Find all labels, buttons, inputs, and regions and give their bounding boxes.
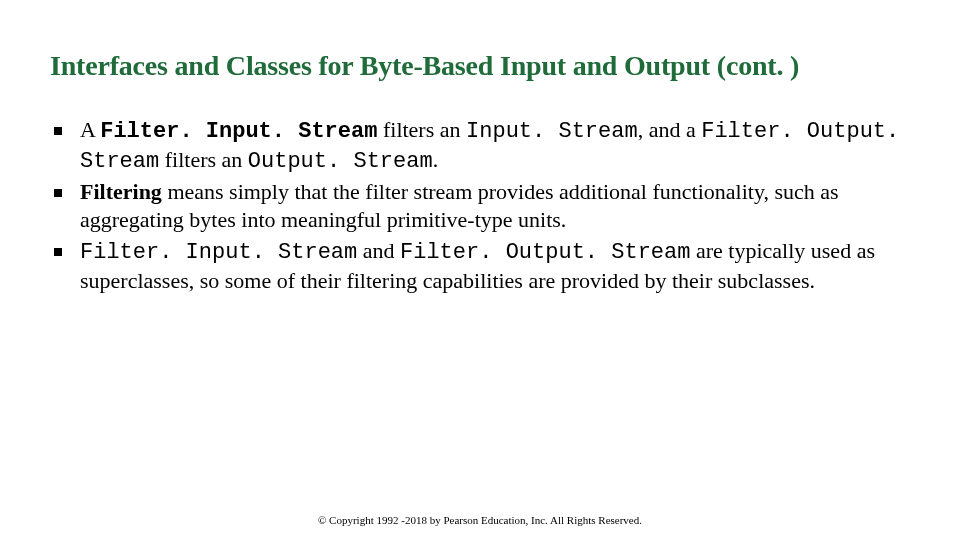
- list-item: Filter. Input. Stream and Filter. Output…: [50, 237, 910, 295]
- text-run: Filtering: [80, 179, 162, 204]
- list-item: Filtering means simply that the filter s…: [50, 178, 910, 234]
- bullet-list: A Filter. Input. Stream filters an Input…: [50, 116, 910, 295]
- text-run: .: [433, 147, 439, 172]
- text-run: filters an: [159, 147, 248, 172]
- text-run: Filter. Input. Stream: [100, 119, 377, 144]
- slide: Interfaces and Classes for Byte-Based In…: [0, 0, 960, 540]
- text-run: means simply that the filter stream prov…: [80, 179, 839, 232]
- copyright-footer: © Copyright 1992 -2018 by Pearson Educat…: [0, 514, 960, 526]
- slide-title: Interfaces and Classes for Byte-Based In…: [50, 50, 910, 82]
- text-run: A: [80, 117, 100, 142]
- text-run: , and a: [638, 117, 702, 142]
- text-run: filters an: [377, 117, 466, 142]
- text-run: Filter. Input. Stream: [80, 240, 357, 265]
- text-run: Filter. Output. Stream: [400, 240, 690, 265]
- text-run: and: [357, 238, 400, 263]
- list-item: A Filter. Input. Stream filters an Input…: [50, 116, 910, 176]
- text-run: Output. Stream: [248, 149, 433, 174]
- text-run: Input. Stream: [466, 119, 638, 144]
